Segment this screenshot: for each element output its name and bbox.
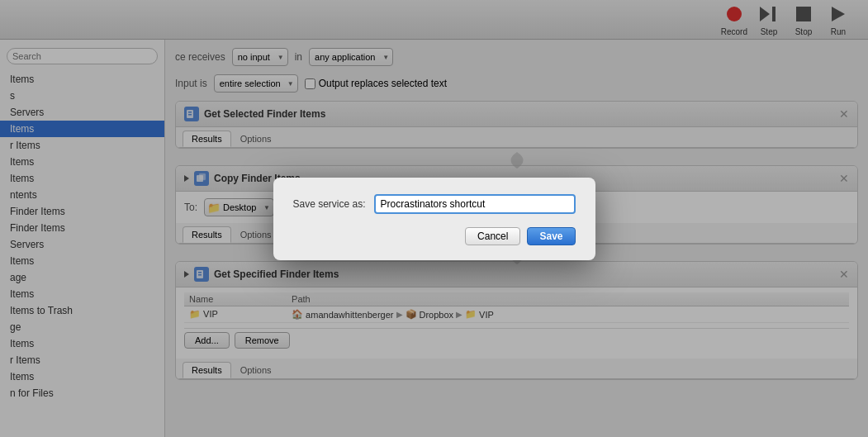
modal-overlay: Save service as: Cancel Save (0, 0, 868, 437)
save-button[interactable]: Save (527, 227, 575, 245)
modal-form-row: Save service as: (293, 194, 576, 214)
cancel-button[interactable]: Cancel (465, 227, 520, 245)
save-service-label: Save service as: (293, 198, 366, 210)
modal-buttons: Cancel Save (293, 227, 576, 245)
save-service-input[interactable] (374, 194, 576, 214)
save-service-modal: Save service as: Cancel Save (273, 178, 595, 260)
